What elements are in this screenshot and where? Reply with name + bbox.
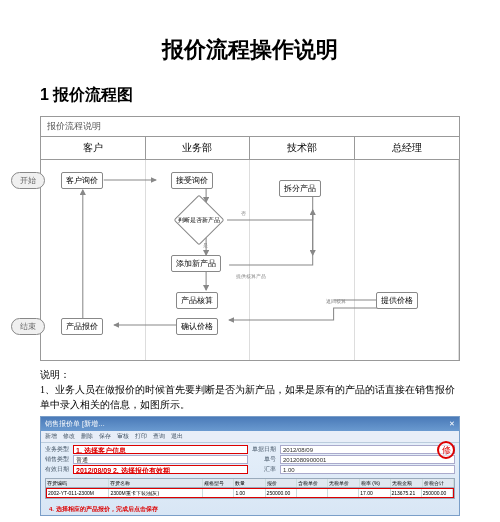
th: 数量	[234, 479, 265, 487]
node-inquiry: 客户询价	[61, 172, 103, 189]
node-split: 拆分产品	[279, 180, 321, 197]
td: 250000.00	[266, 489, 297, 497]
swimlane-header: 客户 业务部 技术部 总经理	[41, 137, 459, 160]
note-paragraph-1: 1、业务人员在做报价的时候首先要判断是否为新产品，如果是原有的产品的话直接在销售…	[40, 382, 460, 412]
biz-type-field[interactable]: 1. 选择客户信息	[73, 445, 248, 454]
table-header-row: 存货编码 存货名称 规格型号 数量 报价 含税单价 无税单价 税率 (%) 无税…	[46, 479, 454, 488]
flowchart-container: 报价流程说明 客户 业务部 技术部 总经理	[40, 116, 460, 361]
flowchart-body: 开始 客户询价 接受询价 判断是否新产品 拆分产品 添加新产品 产品核算 提供价…	[41, 160, 459, 360]
sale-type-field[interactable]: 普通	[73, 455, 248, 464]
th: 无税单价	[328, 479, 359, 487]
td: 1.00	[234, 489, 265, 497]
node-calc: 产品核算	[176, 292, 218, 309]
th: 规格型号	[203, 479, 234, 487]
toolbar-btn[interactable]: 查询	[153, 432, 165, 441]
th: 含税单价	[297, 479, 328, 487]
valid-date-field[interactable]: 2012/08/09 2. 选择报价有效期	[73, 465, 248, 474]
td: 213675.21	[391, 489, 422, 497]
node-quote: 产品报价	[61, 318, 103, 335]
order-no-field[interactable]: 2012080900001	[280, 455, 455, 464]
node-provide: 提供价格	[376, 292, 418, 309]
toolbar-btn[interactable]: 退出	[171, 432, 183, 441]
form-label: 汇率	[252, 465, 276, 474]
node-receive: 接受询价	[171, 172, 213, 189]
toolbar: 新增 修改 删除 保存 审核 打印 查询 退出	[41, 431, 459, 443]
node-addnew: 添加新产品	[171, 255, 221, 272]
node-confirm: 确认价格	[176, 318, 218, 335]
edge-label-provide-calc: 提供核算产品	[236, 273, 266, 279]
rate-field[interactable]: 1.00	[280, 465, 455, 474]
note-block: 说明： 1、业务人员在做报价的时候首先要判断是否为新产品，如果是原有的产品的话直…	[40, 367, 460, 412]
toolbar-btn[interactable]: 保存	[99, 432, 111, 441]
td	[203, 489, 234, 497]
embedded-screenshot: 销售报价单 [新增… ✕ 新增 修改 删除 保存 审核 打印 查询 退出 业务类…	[40, 416, 460, 516]
lane-header-gm: 总经理	[355, 137, 460, 159]
flowchart-caption: 报价流程说明	[41, 117, 459, 137]
td	[297, 489, 328, 497]
form-label: 单据日期	[252, 445, 276, 454]
detail-table: 存货编码 存货名称 规格型号 数量 报价 含税单价 无税单价 税率 (%) 无税…	[45, 478, 455, 499]
td: 2300M重卡下装油(灰)	[109, 489, 203, 497]
form-label: 有效日期	[45, 465, 69, 474]
td: 17.00	[359, 489, 390, 497]
toolbar-btn[interactable]: 新增	[45, 432, 57, 441]
form-label: 销售类型	[45, 455, 69, 464]
td: 2002-YT-011-2300M	[47, 489, 109, 497]
edge-label-yes: 是	[203, 242, 208, 248]
th: 无税金额	[391, 479, 422, 487]
table-row[interactable]: 2002-YT-011-2300M 2300M重卡下装油(灰) 1.00 250…	[46, 488, 454, 498]
toolbar-btn[interactable]: 审核	[117, 432, 129, 441]
node-end: 结束	[11, 318, 45, 335]
form-area: 业务类型 1. 选择客户信息 单据日期 2012/08/09 销售类型 普通 单…	[41, 443, 459, 476]
edge-label-return-calc: 返回核算	[326, 298, 346, 304]
page-title: 报价流程操作说明	[40, 35, 460, 65]
lane-header-tech: 技术部	[250, 137, 355, 159]
window-title: 销售报价单 [新增…	[45, 419, 105, 429]
form-label: 单号	[252, 455, 276, 464]
note-label: 说明：	[40, 367, 460, 382]
edge-label-no: 否	[241, 210, 246, 216]
lane-header-customer: 客户	[41, 137, 146, 159]
toolbar-btn[interactable]: 删除	[81, 432, 93, 441]
th: 价税合计	[423, 479, 454, 487]
td: 250000.00	[422, 489, 453, 497]
window-titlebar: 销售报价单 [新增… ✕	[41, 417, 459, 431]
th: 税率 (%)	[360, 479, 391, 487]
toolbar-btn[interactable]: 修改	[63, 432, 75, 441]
node-start: 开始	[11, 172, 45, 189]
th: 存货编码	[46, 479, 109, 487]
toolbar-btn[interactable]: 打印	[135, 432, 147, 441]
lane-header-sales: 业务部	[146, 137, 251, 159]
form-label: 业务类型	[45, 445, 69, 454]
date-field[interactable]: 2012/08/09	[280, 445, 455, 454]
td	[328, 489, 359, 497]
th: 报价	[266, 479, 297, 487]
annotation-4: 4. 选择相应的产品报价，完成后点击保存	[49, 505, 158, 514]
th: 存货名称	[109, 479, 203, 487]
stamp-badge: 修	[437, 441, 455, 459]
close-icon[interactable]: ✕	[449, 420, 455, 428]
section-heading-1: 1 报价流程图	[40, 85, 460, 106]
